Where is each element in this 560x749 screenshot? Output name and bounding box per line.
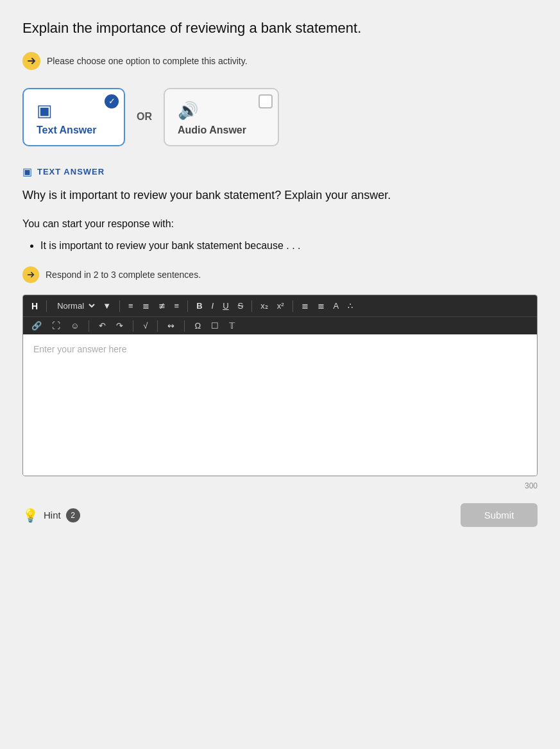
strikethrough-btn[interactable]: S	[235, 300, 247, 312]
unselected-check-badge	[259, 94, 273, 108]
starter-label: You can start your response with:	[22, 218, 538, 230]
formula-btn[interactable]: √	[140, 320, 151, 332]
checkbox-btn[interactable]: ☐	[208, 320, 222, 332]
page-container: Explain the importance of reviewing a ba…	[0, 0, 560, 749]
separator-1	[46, 300, 47, 312]
editor-container: H Normal ▼ ≡ ≣ ≢ ≡ B I U S x₂ x² ≣ ≣ A ∴	[22, 295, 538, 476]
editor-toolbar-row1: H Normal ▼ ≡ ≣ ≢ ≡ B I U S x₂ x² ≣ ≣ A ∴	[23, 295, 537, 316]
image-btn[interactable]: ⛶	[49, 320, 64, 332]
arrow-circle-icon	[22, 52, 40, 70]
separator-8	[157, 320, 158, 332]
char-count-row: 300	[22, 481, 538, 490]
separator-5	[293, 300, 293, 312]
starter-bullet: It is important to review your bank stat…	[40, 237, 538, 254]
separator-4	[251, 300, 252, 312]
align-justify-btn[interactable]: ≡	[171, 300, 183, 312]
hint-lightbulb-icon: 💡	[22, 508, 38, 523]
char-count: 300	[525, 481, 538, 490]
hint-label: Hint	[44, 510, 61, 521]
special-char-btn[interactable]: ↭	[164, 320, 178, 332]
undo-btn[interactable]: ↶	[96, 320, 109, 332]
omega-btn[interactable]: Ω	[191, 320, 204, 332]
question-text: Why is it important to review your bank …	[22, 187, 538, 204]
separator-3	[187, 300, 188, 312]
audio-answer-card[interactable]: 🔊 Audio Answer	[164, 88, 279, 146]
redo-btn[interactable]: ↷	[113, 320, 126, 332]
underline-btn[interactable]: U	[219, 300, 232, 312]
text-answer-card[interactable]: ✓ ▣ Text Answer	[22, 88, 125, 146]
selected-check-badge: ✓	[105, 94, 119, 108]
heading-button[interactable]: H	[28, 300, 41, 313]
respond-row: Respond in 2 to 3 complete sentences.	[22, 266, 538, 283]
respond-arrow-icon	[22, 266, 39, 283]
hint-button[interactable]: 💡 Hint 2	[22, 508, 80, 523]
separator-7	[133, 320, 133, 332]
align-right-btn[interactable]: ≢	[155, 300, 169, 312]
editor-placeholder: Enter your answer here	[33, 344, 127, 354]
option-row: ✓ ▣ Text Answer OR 🔊 Audio Answer	[22, 88, 538, 146]
indent-left-btn[interactable]: ≣	[298, 300, 312, 312]
text-answer-icon: ▣	[37, 101, 53, 121]
style-dropdown-icon[interactable]: ▼	[99, 300, 114, 312]
link-btn[interactable]: 🔗	[28, 320, 45, 332]
separator-9	[184, 320, 185, 332]
instruction-row: Please choose one option to complete thi…	[22, 52, 538, 70]
hint-count-badge: 2	[66, 508, 80, 522]
bold-btn[interactable]: B	[193, 300, 205, 312]
or-label: OR	[137, 111, 152, 123]
separator-6	[89, 320, 89, 332]
clear-format-btn[interactable]: 𝕋	[226, 320, 238, 332]
align-center-btn[interactable]: ≣	[139, 300, 153, 312]
respond-instruction: Respond in 2 to 3 complete sentences.	[46, 270, 201, 280]
section-label-row: ▣ TEXT ANSWER	[22, 166, 538, 178]
audio-answer-label: Audio Answer	[178, 125, 246, 136]
separator-2	[119, 300, 120, 312]
subscript-btn[interactable]: x₂	[257, 300, 271, 312]
text-answer-label: Text Answer	[37, 125, 96, 136]
section-icon: ▣	[22, 166, 32, 178]
superscript-btn[interactable]: x²	[274, 300, 287, 312]
audio-answer-icon: 🔊	[178, 101, 198, 121]
align-left-btn[interactable]: ≡	[125, 300, 137, 312]
submit-button[interactable]: Submit	[461, 503, 538, 527]
emoji-btn[interactable]: ☺	[67, 320, 82, 332]
editor-toolbar-row2: 🔗 ⛶ ☺ ↶ ↷ √ ↭ Ω ☐ 𝕋	[23, 316, 537, 334]
page-title: Explain the importance of reviewing a ba…	[22, 19, 538, 38]
style-select[interactable]: Normal	[52, 299, 97, 313]
font-color-btn[interactable]: A	[330, 300, 343, 312]
bottom-bar: 💡 Hint 2 Submit	[22, 503, 538, 527]
starter-list: It is important to review your bank stat…	[22, 237, 538, 254]
instruction-text: Please choose one option to complete thi…	[47, 56, 248, 66]
highlight-btn[interactable]: ∴	[344, 300, 356, 312]
indent-right-btn[interactable]: ≣	[314, 300, 328, 312]
editor-body[interactable]: Enter your answer here	[23, 334, 537, 476]
italic-btn[interactable]: I	[208, 300, 217, 312]
section-label: TEXT ANSWER	[37, 167, 105, 176]
